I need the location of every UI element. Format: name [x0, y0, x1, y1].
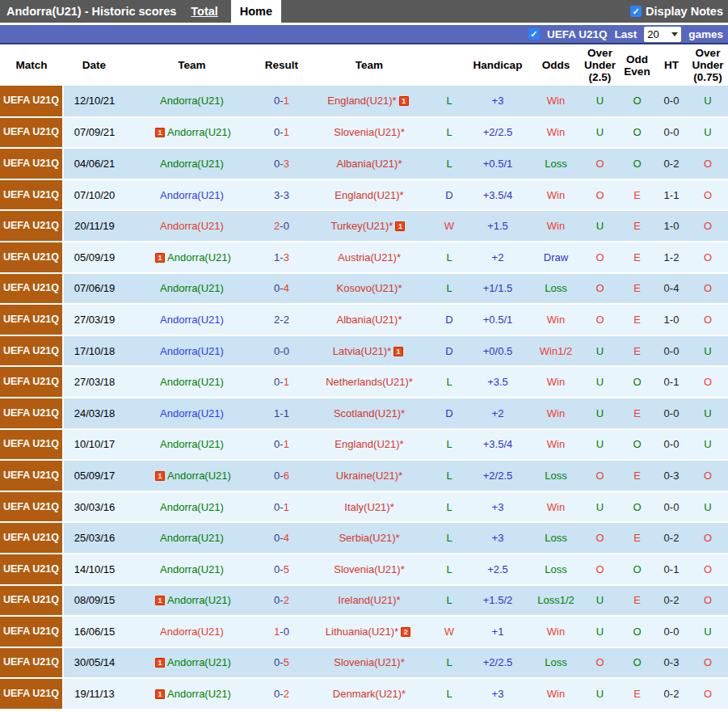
score-cell[interactable]: 0-4 — [259, 273, 305, 305]
home-team-cell[interactable]: 1Andorra(U21) — [125, 117, 259, 149]
away-team-link[interactable]: Netherlands(U21)* — [326, 376, 413, 388]
away-team-cell[interactable]: Kosovo(U21)* — [305, 273, 434, 305]
away-team-link[interactable]: Denmark(U21)* — [333, 688, 406, 700]
league-cell[interactable]: UEFA U21Q — [0, 148, 63, 179]
away-team-cell[interactable]: Slovenia(U21)* — [305, 117, 434, 149]
league-cell[interactable]: UEFA U21Q — [0, 210, 63, 242]
tab-home[interactable]: Home — [231, 0, 281, 23]
score-cell[interactable]: 0-1 — [259, 86, 305, 117]
away-team-cell[interactable]: Denmark(U21)* — [305, 678, 434, 710]
away-team-cell[interactable]: Italy(U21)* — [305, 491, 434, 523]
home-team-link[interactable]: Andorra(U21) — [160, 220, 224, 232]
league-cell[interactable]: UEFA U21Q — [0, 179, 63, 211]
league-cell[interactable]: UEFA U21Q — [0, 366, 63, 398]
away-team-link[interactable]: Slovenia(U21)* — [334, 656, 404, 668]
away-team-cell[interactable]: Austria(U21)* — [305, 242, 434, 273]
score-cell[interactable]: 2-2 — [259, 304, 305, 335]
away-team-link[interactable]: Italy(U21)* — [344, 501, 393, 513]
home-team-link[interactable]: Andorra(U21) — [167, 688, 231, 700]
tab-total[interactable]: Total — [191, 5, 218, 18]
home-team-link[interactable]: Andorra(U21) — [167, 656, 231, 668]
score-cell[interactable]: 0-4 — [259, 522, 305, 554]
away-team-link[interactable]: England(U21)* — [327, 95, 396, 107]
away-team-link[interactable]: Lithuania(U21)* — [326, 626, 398, 638]
home-team-cell[interactable]: Andorra(U21) — [125, 86, 259, 117]
away-team-cell[interactable]: Netherlands(U21)* — [305, 366, 434, 398]
league-cell[interactable]: UEFA U21Q — [0, 304, 63, 335]
home-team-link[interactable]: Andorra(U21) — [160, 95, 224, 107]
league-cell[interactable]: UEFA U21Q — [0, 86, 63, 117]
away-team-cell[interactable]: Ireland(U21)* — [305, 585, 434, 617]
away-team-link[interactable]: Slovenia(U21)* — [334, 563, 404, 575]
league-cell[interactable]: UEFA U21Q — [0, 117, 63, 149]
games-count-select[interactable]: 20 — [644, 27, 681, 42]
score-cell[interactable]: 0-2 — [259, 585, 305, 617]
home-team-cell[interactable]: Andorra(U21) — [125, 522, 259, 554]
home-team-cell[interactable]: Andorra(U21) — [125, 273, 259, 305]
away-team-link[interactable]: Kosovo(U21)* — [337, 282, 402, 294]
home-team-cell[interactable]: Andorra(U21) — [125, 335, 259, 367]
league-cell[interactable]: UEFA U21Q — [0, 554, 63, 585]
score-cell[interactable]: 0-1 — [259, 117, 305, 149]
away-team-link[interactable]: Scotland(U21)* — [334, 407, 405, 419]
away-team-cell[interactable]: England(U21)* — [305, 179, 434, 211]
competition-checkbox[interactable]: ✓ — [528, 28, 540, 40]
home-team-cell[interactable]: Andorra(U21) — [125, 616, 259, 647]
home-team-cell[interactable]: Andorra(U21) — [125, 304, 259, 335]
score-cell[interactable]: 0-3 — [259, 148, 305, 179]
score-cell[interactable]: 0-1 — [259, 491, 305, 523]
home-team-link[interactable]: Andorra(U21) — [167, 251, 231, 263]
score-cell[interactable]: 2-0 — [259, 210, 305, 242]
home-team-link[interactable]: Andorra(U21) — [160, 345, 224, 357]
away-team-link[interactable]: Latvia(U21)* — [333, 345, 391, 357]
home-team-cell[interactable]: Andorra(U21) — [125, 148, 259, 179]
home-team-cell[interactable]: Andorra(U21) — [125, 491, 259, 523]
home-team-link[interactable]: Andorra(U21) — [167, 470, 231, 482]
away-team-cell[interactable]: Serbia(U21)* — [305, 522, 434, 554]
away-team-link[interactable]: Slovenia(U21)* — [334, 126, 404, 138]
away-team-cell[interactable]: England(U21)* — [305, 429, 434, 461]
home-team-link[interactable]: Andorra(U21) — [160, 501, 224, 513]
home-team-link[interactable]: Andorra(U21) — [160, 189, 224, 201]
league-cell[interactable]: UEFA U21Q — [0, 678, 63, 710]
score-cell[interactable]: 0-1 — [259, 366, 305, 398]
home-team-link[interactable]: Andorra(U21) — [160, 563, 224, 575]
home-team-link[interactable]: Andorra(U21) — [160, 407, 224, 419]
league-cell[interactable]: UEFA U21Q — [0, 335, 63, 367]
home-team-cell[interactable]: 1Andorra(U21) — [125, 647, 259, 679]
home-team-cell[interactable]: 1Andorra(U21) — [125, 678, 259, 710]
home-team-link[interactable]: Andorra(U21) — [160, 626, 224, 638]
home-team-cell[interactable]: Andorra(U21) — [125, 210, 259, 242]
away-team-cell[interactable]: Lithuania(U21)*2 — [305, 616, 434, 647]
away-team-link[interactable]: Albania(U21)* — [337, 314, 402, 326]
home-team-link[interactable]: Andorra(U21) — [160, 438, 224, 450]
away-team-link[interactable]: England(U21)* — [335, 189, 403, 201]
home-team-cell[interactable]: Andorra(U21) — [125, 554, 259, 585]
home-team-cell[interactable]: Andorra(U21) — [125, 366, 259, 398]
away-team-cell[interactable]: Slovenia(U21)* — [305, 647, 434, 679]
score-cell[interactable]: 1-3 — [259, 242, 305, 273]
home-team-link[interactable]: Andorra(U21) — [160, 314, 224, 326]
home-team-cell[interactable]: 1Andorra(U21) — [125, 585, 259, 617]
home-team-link[interactable]: Andorra(U21) — [160, 282, 224, 294]
home-team-link[interactable]: Andorra(U21) — [167, 126, 231, 138]
score-cell[interactable]: 3-3 — [259, 179, 305, 211]
league-cell[interactable]: UEFA U21Q — [0, 429, 63, 461]
away-team-cell[interactable]: Albania(U21)* — [305, 304, 434, 335]
away-team-link[interactable]: Turkey(U21)* — [331, 220, 393, 232]
home-team-cell[interactable]: 1Andorra(U21) — [125, 460, 259, 491]
away-team-cell[interactable]: Latvia(U21)*1 — [305, 335, 434, 367]
home-team-cell[interactable]: Andorra(U21) — [125, 179, 259, 211]
league-cell[interactable]: UEFA U21Q — [0, 273, 63, 305]
league-cell[interactable]: UEFA U21Q — [0, 585, 63, 617]
away-team-cell[interactable]: England(U21)*1 — [305, 86, 434, 117]
home-team-link[interactable]: Andorra(U21) — [160, 158, 224, 170]
home-team-cell[interactable]: 1Andorra(U21) — [125, 242, 259, 273]
away-team-link[interactable]: England(U21)* — [335, 438, 403, 450]
home-team-link[interactable]: Andorra(U21) — [160, 376, 224, 388]
league-cell[interactable]: UEFA U21Q — [0, 491, 63, 523]
league-cell[interactable]: UEFA U21Q — [0, 647, 63, 679]
away-team-cell[interactable]: Ukraine(U21)* — [305, 460, 434, 491]
home-team-cell[interactable]: Andorra(U21) — [125, 429, 259, 461]
league-cell[interactable]: UEFA U21Q — [0, 616, 63, 647]
